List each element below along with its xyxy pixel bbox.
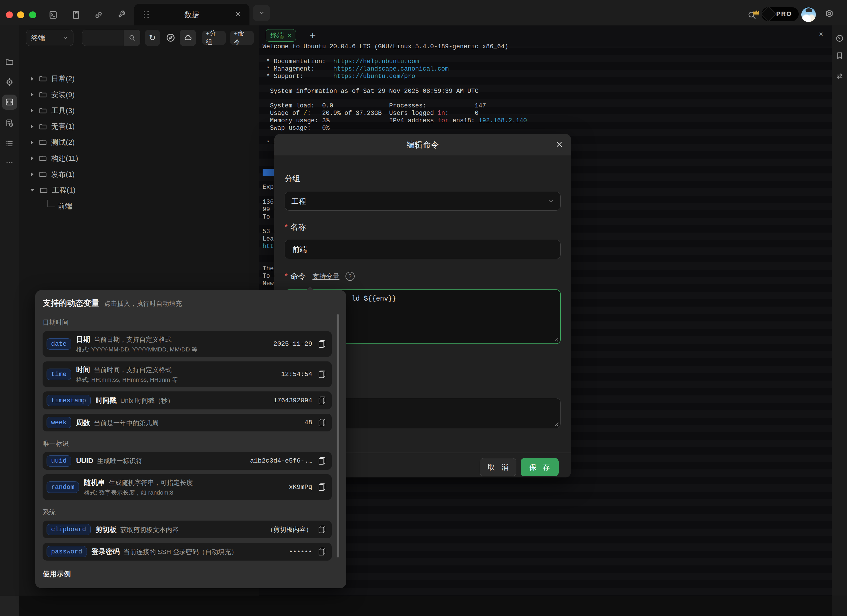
- copy-icon[interactable]: [319, 340, 325, 348]
- variable-row[interactable]: time 时间 当前时间，支持自定义格式 格式: HH:mm:ss, HHmms…: [43, 361, 332, 388]
- name-input[interactable]: [291, 245, 554, 254]
- tree-group-row[interactable]: 日常(2): [19, 71, 259, 87]
- supported-variables-link[interactable]: 支持变量: [312, 272, 339, 281]
- tab-close-icon[interactable]: [234, 10, 242, 18]
- caret-icon[interactable]: [31, 156, 34, 160]
- add-group-button[interactable]: +分组: [202, 31, 226, 45]
- bookmark-icon[interactable]: [835, 52, 844, 60]
- avatar[interactable]: [801, 7, 816, 22]
- variable-description: 生成唯一标识符: [97, 457, 142, 466]
- cancel-button[interactable]: 取 消: [480, 458, 516, 476]
- resize-handle[interactable]: [553, 421, 559, 426]
- transfer-icon[interactable]: [835, 72, 844, 80]
- terminal-tab[interactable]: 终端 ×: [266, 29, 296, 41]
- tree-group-row[interactable]: 工程(1): [19, 182, 259, 198]
- variable-text: 时间戳 Unix 时间戳（秒）: [96, 396, 273, 405]
- minimize-window-button[interactable]: [17, 12, 24, 19]
- variable-text: 周数 当前是一年中的第几周: [76, 418, 304, 427]
- wrench-icon[interactable]: [117, 10, 126, 19]
- add-command-button[interactable]: +命令: [230, 31, 254, 45]
- group-label: 分组: [285, 174, 300, 184]
- caret-icon[interactable]: [31, 77, 34, 81]
- link-icon[interactable]: [94, 10, 103, 19]
- help-question-icon[interactable]: ?: [345, 272, 355, 281]
- tree-group-label: 安装(9): [51, 90, 75, 100]
- variable-row[interactable]: password 登录密码 当前连接的 SSH 登录密码（自动填充） •••••…: [43, 543, 332, 561]
- popup-scrollbar[interactable]: [336, 314, 339, 557]
- name-label-row: * 名称: [285, 222, 306, 232]
- variable-format: 格式: HH:mm:ss, HHmmss, HH:mm 等: [76, 376, 281, 384]
- folder-icon: [39, 138, 47, 146]
- tree-group-row[interactable]: 构建(11): [19, 150, 259, 166]
- variable-value: 48: [304, 419, 312, 426]
- caret-icon[interactable]: [31, 109, 34, 113]
- tab-list-dropdown[interactable]: [253, 5, 270, 21]
- folder-icon: [40, 186, 48, 194]
- variables-section-label: 系统: [43, 508, 339, 516]
- new-terminal-button[interactable]: +: [306, 28, 320, 42]
- copy-icon[interactable]: [319, 419, 325, 426]
- tab-title: 数据: [134, 4, 250, 25]
- copy-icon[interactable]: [319, 548, 325, 555]
- variable-value: 2025-11-29: [273, 340, 312, 348]
- variable-row[interactable]: clipboard 剪切板 获取剪切板文本内容 （剪切板内容）: [43, 520, 332, 538]
- variable-description: 当前连接的 SSH 登录密码（自动填充）: [124, 547, 238, 556]
- variable-row[interactable]: random 随机串 生成随机字符串，可指定长度 格式: 数字表示长度，如 ra…: [43, 474, 332, 500]
- copy-icon[interactable]: [319, 371, 325, 378]
- tree-group-row[interactable]: 发布(1): [19, 166, 259, 182]
- compass-icon[interactable]: [166, 33, 176, 43]
- crown-icon: [752, 9, 760, 16]
- caret-icon[interactable]: [31, 125, 34, 128]
- zoom-window-button[interactable]: [29, 12, 36, 19]
- tree-group-label: 无害(1): [51, 121, 75, 131]
- terminal-tab-close-icon[interactable]: ×: [288, 31, 291, 39]
- code-commands-icon[interactable]: [5, 98, 14, 106]
- variable-value: （剪切板内容）: [267, 525, 312, 534]
- dialog-close-icon[interactable]: [555, 140, 563, 148]
- variable-row[interactable]: timestamp 时间戳 Unix 时间戳（秒） 1764392094: [43, 391, 332, 409]
- tree-child-item[interactable]: 前端: [19, 198, 259, 214]
- type-select[interactable]: 终端: [26, 30, 74, 46]
- caret-icon[interactable]: [31, 93, 34, 97]
- variable-row[interactable]: date 日期 当前日期，支持自定义格式 格式: YYYY-MM-DD, YYY…: [43, 331, 332, 357]
- tree-group-row[interactable]: 安装(9): [19, 87, 259, 103]
- tree-group-row[interactable]: 工具(3): [19, 103, 259, 119]
- tree-group-row[interactable]: 无害(1): [19, 119, 259, 134]
- target-icon[interactable]: [5, 78, 14, 86]
- close-window-button[interactable]: [6, 12, 13, 19]
- variable-row[interactable]: week 周数 当前是一年中的第几周 48: [43, 414, 332, 432]
- gauge-icon[interactable]: [835, 34, 844, 43]
- variable-title: 周数: [76, 418, 90, 427]
- caret-icon[interactable]: [30, 189, 34, 192]
- refresh-button[interactable]: ↻: [145, 30, 160, 46]
- copy-icon[interactable]: [319, 526, 325, 533]
- variable-text: 时间 当前时间，支持自定义格式 格式: HH:mm:ss, HHmmss, HH…: [76, 365, 281, 384]
- pro-badge[interactable]: PRO: [761, 7, 798, 21]
- caret-icon[interactable]: [31, 141, 34, 144]
- caret-icon[interactable]: [31, 172, 34, 176]
- terminal-pane-close-icon[interactable]: ×: [816, 29, 826, 40]
- variable-code-pill: clipboard: [47, 524, 91, 535]
- search-button[interactable]: [124, 30, 140, 46]
- save-button[interactable]: 保 存: [521, 458, 558, 476]
- popup-body: 日期时间 date 日期 当前日期，支持自定义格式 格式: YYYY-MM-DD…: [43, 318, 339, 561]
- folder-icon[interactable]: [5, 58, 14, 66]
- terminal-icon[interactable]: [49, 10, 58, 19]
- more-ellipsis-icon[interactable]: [5, 158, 14, 167]
- variable-row[interactable]: uuid UUID 生成唯一标识符 a1b2c3d4-e5f6-.…: [43, 452, 332, 470]
- tree-group-label: 测试(2): [51, 137, 75, 147]
- tree-group-row[interactable]: 测试(2): [19, 134, 259, 150]
- variable-value: 12:54:54: [281, 371, 312, 378]
- resize-handle[interactable]: [553, 337, 559, 342]
- tab-data[interactable]: 数据: [134, 4, 250, 25]
- list-icon[interactable]: [5, 139, 14, 148]
- group-select[interactable]: 工程: [285, 192, 561, 211]
- settings-gear-icon[interactable]: [825, 9, 834, 19]
- history-icon[interactable]: [5, 119, 14, 127]
- copy-icon[interactable]: [319, 483, 325, 491]
- cloud-sync-button[interactable]: [180, 30, 196, 46]
- notes-icon[interactable]: [71, 10, 81, 19]
- search-input[interactable]: [82, 30, 124, 46]
- copy-icon[interactable]: [319, 396, 325, 404]
- copy-icon[interactable]: [319, 457, 325, 464]
